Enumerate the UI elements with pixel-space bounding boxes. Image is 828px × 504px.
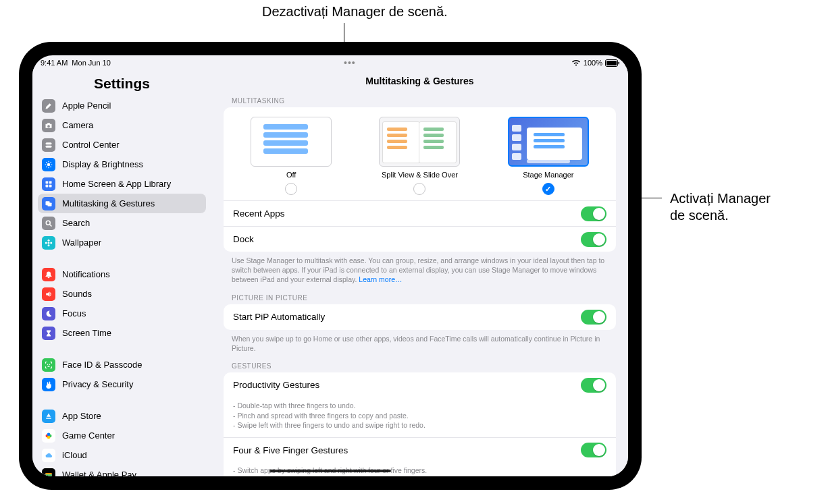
svg-rect-1 bbox=[606, 61, 617, 65]
sidebar-item-search[interactable]: Search bbox=[38, 213, 206, 233]
sidebar-item-wallet-apple-pay[interactable]: Wallet & Apple Pay bbox=[38, 465, 206, 476]
toggle-label-dock: Dock bbox=[233, 234, 254, 244]
mode-option-stage-manager[interactable]: Stage Manager bbox=[486, 117, 611, 195]
toggle-pip[interactable] bbox=[581, 310, 606, 325]
gamectr-icon bbox=[42, 429, 55, 443]
svg-line-13 bbox=[51, 162, 51, 163]
status-time: 9:41 AM bbox=[41, 59, 68, 67]
sidebar-item-focus[interactable]: Focus bbox=[38, 304, 206, 323]
svg-rect-35 bbox=[46, 474, 52, 476]
pencil-icon bbox=[42, 99, 55, 113]
mode-radio-split[interactable] bbox=[413, 183, 425, 195]
svg-rect-19 bbox=[48, 202, 52, 206]
mode-thumb-off bbox=[251, 117, 332, 167]
callout-top: Dezactivați Manager de scenă. bbox=[262, 4, 448, 20]
grid-icon bbox=[42, 177, 55, 191]
mode-option-split[interactable]: Split View & Slide Over bbox=[357, 117, 482, 195]
multitasking-card: Off Split View & Slide Over Stage Manage bbox=[224, 107, 616, 252]
camera-icon bbox=[42, 119, 55, 132]
sidebar-item-label: Privacy & Security bbox=[62, 379, 133, 389]
appstore-icon bbox=[42, 410, 55, 423]
bell-icon bbox=[42, 268, 55, 281]
svg-line-11 bbox=[51, 166, 51, 167]
sidebar-item-label: Focus bbox=[62, 308, 86, 318]
callout-right: Activați Manager de scenă. bbox=[670, 190, 771, 224]
sidebar-item-sounds[interactable]: Sounds bbox=[38, 284, 206, 304]
svg-point-27 bbox=[47, 364, 49, 365]
sidebar-title: Settings bbox=[32, 69, 211, 96]
sidebar-item-icloud[interactable]: iCloud bbox=[38, 445, 206, 465]
content-body[interactable]: MULTITASKING Off Split View & Slide Over bbox=[211, 92, 628, 476]
section-header-multitasking: MULTITASKING bbox=[232, 97, 616, 105]
toggle-recent-apps[interactable] bbox=[581, 206, 606, 221]
toggles-icon bbox=[42, 138, 55, 152]
content-pane: Multitasking & Gestures MULTITASKING Off bbox=[211, 69, 628, 476]
wallet-icon bbox=[42, 468, 55, 477]
multitasking-footer: Use Stage Manager to multitask with ease… bbox=[224, 252, 616, 285]
gestures-card: Productivity Gestures Double-tap with th… bbox=[224, 372, 616, 476]
toggle-label-productivity: Productivity Gestures bbox=[233, 380, 319, 390]
sidebar-item-app-store[interactable]: App Store bbox=[38, 406, 206, 426]
sidebar-item-multitasking-gestures[interactable]: Multitasking & Gestures bbox=[38, 194, 206, 213]
svg-point-31 bbox=[47, 432, 51, 436]
svg-rect-4 bbox=[46, 145, 52, 147]
sidebar-item-game-center[interactable]: Game Center bbox=[38, 426, 206, 445]
sidebar-item-display-brightness[interactable]: Display & Brightness bbox=[38, 155, 206, 174]
mode-label-stage: Stage Manager bbox=[523, 171, 573, 179]
svg-rect-34 bbox=[46, 473, 52, 474]
svg-point-20 bbox=[46, 221, 50, 225]
sidebar-item-wallpaper[interactable]: Wallpaper bbox=[38, 233, 206, 252]
wifi-icon bbox=[571, 59, 581, 66]
home-indicator[interactable] bbox=[269, 470, 391, 472]
multitask-dots-icon[interactable]: ••• bbox=[344, 57, 356, 68]
screen: 9:41 AM Mon Jun 10 ••• 100% Settings App… bbox=[32, 55, 628, 476]
sidebar-item-label: Face ID & Passcode bbox=[62, 360, 143, 370]
sidebar-item-face-id-passcode[interactable]: Face ID & Passcode bbox=[38, 355, 206, 374]
svg-point-23 bbox=[48, 239, 50, 241]
svg-rect-15 bbox=[49, 181, 52, 184]
status-bar: 9:41 AM Mon Jun 10 ••• 100% bbox=[32, 55, 628, 69]
faceid-icon bbox=[42, 358, 55, 372]
sidebar-item-label: Apple Pencil bbox=[62, 101, 111, 111]
svg-line-21 bbox=[50, 224, 52, 226]
sidebar-item-label: Notifications bbox=[62, 269, 110, 279]
sidebar-item-label: Wallet & Apple Pay bbox=[62, 470, 136, 476]
sidebar-item-camera[interactable]: Camera bbox=[38, 115, 206, 135]
sidebar-item-control-center[interactable]: Control Center bbox=[38, 135, 206, 155]
mode-option-off[interactable]: Off bbox=[229, 117, 353, 195]
toggle-fourfive[interactable] bbox=[581, 443, 606, 457]
sidebar: Settings Apple PencilCameraControl Cente… bbox=[32, 69, 211, 476]
mode-radio-off[interactable] bbox=[285, 183, 297, 195]
mode-label-off: Off bbox=[286, 171, 296, 179]
sidebar-item-label: Display & Brightness bbox=[62, 159, 143, 169]
page-title: Multitasking & Gestures bbox=[211, 69, 628, 92]
hourglass-icon bbox=[42, 327, 55, 340]
battery-icon bbox=[605, 59, 620, 67]
svg-rect-2 bbox=[619, 61, 620, 64]
svg-point-28 bbox=[49, 364, 51, 365]
section-header-gestures: GESTURES bbox=[232, 362, 616, 370]
svg-rect-3 bbox=[46, 142, 52, 144]
sidebar-item-label: Camera bbox=[62, 120, 93, 130]
toggle-dock[interactable] bbox=[581, 232, 606, 247]
ipad-frame: 9:41 AM Mon Jun 10 ••• 100% Settings App… bbox=[19, 42, 642, 490]
svg-line-10 bbox=[46, 162, 47, 163]
sidebar-item-label: Multitasking & Gestures bbox=[62, 198, 155, 208]
sidebar-item-screen-time[interactable]: Screen Time bbox=[38, 323, 206, 343]
sidebar-item-privacy-security[interactable]: Privacy & Security bbox=[38, 374, 206, 394]
mode-radio-stage[interactable] bbox=[542, 183, 554, 195]
sidebar-item-home-screen-app-library[interactable]: Home Screen & App Library bbox=[38, 174, 206, 194]
svg-point-24 bbox=[48, 244, 50, 246]
toggle-row-dock: Dock bbox=[224, 226, 616, 252]
svg-point-22 bbox=[48, 242, 50, 244]
sidebar-list[interactable]: Apple PencilCameraControl CenterDisplay … bbox=[32, 96, 211, 476]
toggle-productivity[interactable] bbox=[581, 378, 606, 393]
moon-icon bbox=[42, 307, 55, 320]
sidebar-item-label: Wallpaper bbox=[62, 237, 101, 248]
learn-more-link[interactable]: Learn more… bbox=[359, 275, 402, 283]
sidebar-item-apple-pencil[interactable]: Apple Pencil bbox=[38, 96, 206, 115]
pip-card: Start PiP Automatically bbox=[224, 304, 616, 330]
sidebar-item-notifications[interactable]: Notifications bbox=[38, 264, 206, 284]
flower-icon bbox=[42, 236, 55, 250]
toggle-row-pip: Start PiP Automatically bbox=[224, 304, 616, 330]
